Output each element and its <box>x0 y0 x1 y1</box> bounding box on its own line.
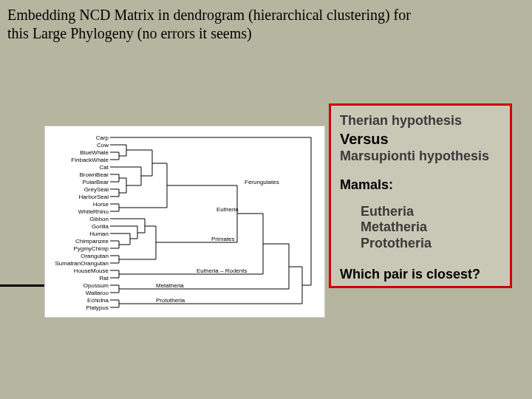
species-label: Gibbon <box>89 216 109 222</box>
mamals-heading: Mamals: <box>340 177 501 194</box>
versus-label: Versus <box>340 130 501 148</box>
title-line-2: this Large Phylogeny (no errors it seems… <box>7 25 252 41</box>
species-labels: Carp Cow BlueWhale FinbackWhale Cat Brow… <box>55 134 109 311</box>
species-label: Chimpanzee <box>75 238 109 245</box>
species-label: SumatranOrangutan <box>55 260 109 267</box>
dendrogram-figure: Carp Cow BlueWhale FinbackWhale Cat Brow… <box>44 126 325 318</box>
group-label-primates: Primates <box>211 236 235 242</box>
species-label: PolarBear <box>82 179 109 185</box>
title-line-1: Embedding NCD Matrix in dendrogram (hier… <box>7 7 411 23</box>
group-label-eutheria: Eutheria <box>216 206 239 213</box>
species-label: Orangutan <box>81 253 109 259</box>
closest-question: Which pair is closest? <box>340 267 501 283</box>
species-label: BrownBear <box>79 171 109 178</box>
species-label: Wallaroo <box>86 290 109 296</box>
hypothesis-1: Therian hypothesis <box>340 113 501 129</box>
species-label: Gorilla <box>92 223 109 230</box>
species-label: Horse <box>93 201 109 208</box>
species-label: Carp <box>96 134 109 141</box>
species-label: GreySeal <box>84 186 109 193</box>
species-label: Opossum <box>83 282 109 289</box>
group-label-eutheria-rodents: Eutheria – Rodents <box>197 267 248 274</box>
hypothesis-box: Therian hypothesis Versus Marsupionti hy… <box>329 103 512 288</box>
species-label: HarborSeal <box>79 194 109 200</box>
subgroup-prototheria: Prototheria <box>361 236 501 252</box>
decorative-underline <box>0 284 50 287</box>
species-label: FinbackWhale <box>71 157 109 163</box>
slide-title: Embedding NCD Matrix in dendrogram (hier… <box>7 6 525 43</box>
species-label: BlueWhale <box>80 149 109 156</box>
group-label-prototheria: Prototheria <box>156 297 185 304</box>
species-label: WhiteRhino <box>78 208 109 215</box>
subgroup-metatheria: Metatheria <box>361 219 501 236</box>
species-label: PygmyChimp <box>73 245 109 252</box>
species-label: Cat <box>100 164 109 171</box>
subgroup-eutheria: Eutheria <box>361 204 501 220</box>
species-label: Platypus <box>86 304 109 311</box>
group-label-ferungulates: Ferungulates <box>245 179 279 185</box>
dendrogram-lines <box>110 137 311 307</box>
species-label: Echidna <box>87 297 109 304</box>
species-label: Rat <box>100 275 109 282</box>
species-label: HouseMouse <box>74 267 109 274</box>
species-label: Human <box>89 231 109 237</box>
group-label-metatheria: Metatheria <box>156 282 184 289</box>
hypothesis-2: Marsupionti hypothesis <box>340 149 501 165</box>
species-label: Cow <box>97 142 109 149</box>
